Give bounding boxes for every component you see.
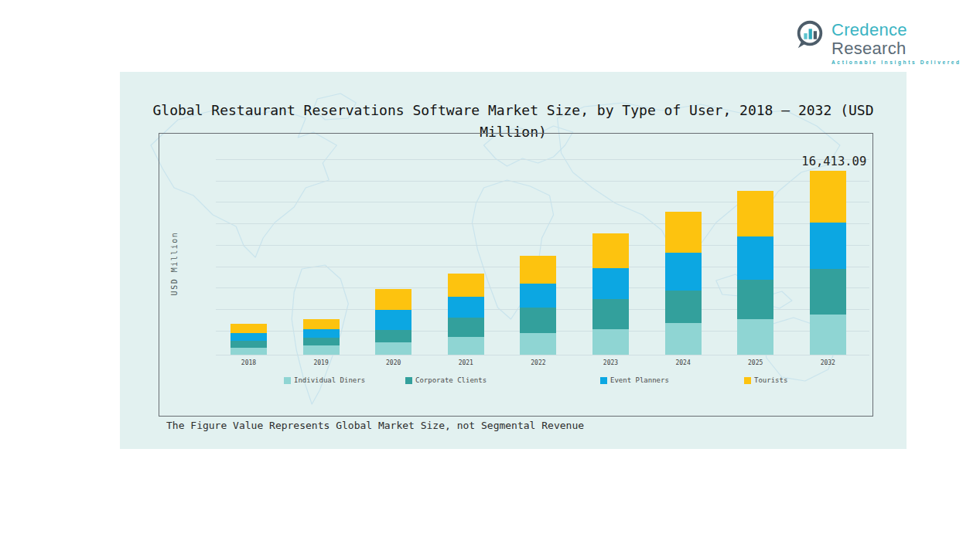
bar-segment-tourists	[810, 171, 846, 223]
plot-box: USD Million 2018201920202021202220232024…	[159, 133, 873, 417]
bar-2032	[810, 171, 846, 355]
bar-segment-tourists	[737, 191, 773, 236]
bar-segment-corporate-clients	[520, 308, 556, 332]
legend-swatch-icon	[405, 377, 412, 384]
bar-2023	[592, 233, 629, 355]
bar-segment-individual-diners	[810, 315, 846, 355]
bar-segment-corporate-clients	[230, 341, 267, 348]
bar-segment-tourists	[448, 274, 484, 298]
bar-segment-individual-diners	[665, 323, 702, 355]
bar-segment-corporate-clients	[665, 291, 702, 324]
bar-segment-corporate-clients	[592, 299, 629, 328]
bar-segment-event-planners	[303, 329, 340, 338]
bar-segment-individual-diners	[592, 329, 629, 355]
bar-segment-event-planners	[520, 284, 556, 308]
bar-segment-event-planners	[448, 297, 484, 318]
bar-segment-corporate-clients	[737, 280, 773, 320]
bar-segment-individual-diners	[375, 342, 411, 355]
bar-segment-tourists	[520, 256, 556, 284]
bar-segment-event-planners	[375, 310, 411, 330]
bar-segment-event-planners	[737, 236, 773, 280]
bar-segment-corporate-clients	[810, 269, 846, 315]
footnote: The Figure Value Represents Global Marke…	[166, 420, 584, 431]
bar-segment-corporate-clients	[375, 330, 411, 343]
bar-segment-individual-diners	[448, 337, 484, 355]
bar-segment-tourists	[230, 324, 267, 333]
brand-tagline: Actionable Insights Delivered	[831, 60, 980, 65]
legend-item-tourists: Tourists	[744, 376, 787, 384]
legend-swatch-icon	[600, 377, 607, 384]
bar-segment-tourists	[375, 289, 411, 310]
brand-logo-text: Credence Research Actionable Insights De…	[831, 21, 980, 65]
bar-segment-individual-diners	[520, 333, 556, 355]
legend-item-individual-diners: Individual Diners	[284, 376, 365, 384]
x-tick-label: 2022	[515, 359, 562, 366]
bar-segment-event-planners	[592, 268, 629, 300]
bar-segment-event-planners	[810, 223, 846, 268]
gridline	[216, 181, 869, 182]
brand-name-primary: Credence	[831, 20, 907, 39]
y-axis-label: USD Million	[170, 186, 179, 341]
bar-segment-corporate-clients	[303, 338, 340, 345]
brand-logo: Credence Research Actionable Insights De…	[794, 19, 980, 65]
x-tick-label: 2032	[804, 359, 851, 366]
x-tick-label: 2018	[226, 359, 272, 366]
bar-segment-individual-diners	[230, 348, 267, 355]
x-tick-label: 2019	[298, 359, 344, 366]
bar-segment-event-planners	[665, 253, 702, 291]
legend-swatch-icon	[744, 377, 751, 384]
brand-name-secondary: Research	[831, 39, 907, 58]
bar-2024	[665, 212, 702, 355]
bar-segment-tourists	[303, 319, 340, 328]
legend-swatch-icon	[284, 377, 291, 384]
gridline	[216, 355, 869, 355]
page: Credence Research Actionable Insights De…	[0, 0, 980, 551]
bar-2022	[520, 256, 556, 355]
bar-segment-individual-diners	[303, 345, 340, 355]
bar-segment-tourists	[592, 233, 629, 268]
gridline	[216, 159, 869, 160]
bar-segment-event-planners	[230, 333, 267, 341]
bar-2021	[448, 274, 484, 355]
x-tick-label: 2023	[588, 359, 634, 366]
x-tick-label: 2025	[732, 359, 779, 366]
legend-label: Corporate Clients	[415, 376, 487, 384]
bar-2025	[737, 191, 773, 355]
legend-label: Individual Diners	[294, 376, 365, 384]
plot-area: 20182019202020212022202320242025203216,4…	[216, 134, 869, 415]
bar-chart-bubble-icon	[794, 19, 826, 51]
legend-item-corporate-clients: Corporate Clients	[405, 376, 487, 384]
bar-2018	[230, 324, 267, 355]
bar-segment-tourists	[665, 212, 702, 253]
x-tick-label: 2021	[442, 359, 489, 366]
bar-2019	[303, 319, 340, 355]
x-tick-label: 2024	[660, 359, 706, 366]
bar-2020	[375, 289, 411, 355]
bar-segment-corporate-clients	[448, 318, 484, 337]
legend-label: Tourists	[754, 376, 787, 384]
legend-label: Event Planners	[610, 376, 669, 384]
chart-panel: Global Restaurant Reservations Software …	[120, 72, 907, 449]
legend-item-event-planners: Event Planners	[600, 376, 669, 384]
bar-segment-individual-diners	[737, 319, 773, 355]
x-tick-label: 2020	[370, 359, 417, 366]
data-label: 16,413.09	[787, 155, 880, 168]
